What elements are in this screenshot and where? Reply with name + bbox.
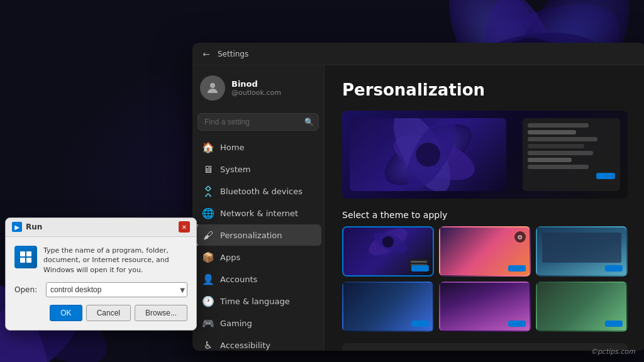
settings-window-title: Settings (218, 50, 248, 58)
sidebar-profile[interactable]: Binod @outlook.com (192, 65, 324, 111)
sidebar-item-label: Personalization (220, 231, 282, 240)
run-app-icon: ▶ (12, 222, 22, 232)
profile-email: @outlook.com (231, 89, 281, 97)
sidebar-item-accessibility[interactable]: ♿ Accessibility (195, 334, 321, 351)
sidebar-item-system[interactable]: 🖥 System (195, 158, 321, 180)
run-body: Type the name of a program, folder, docu… (6, 237, 196, 330)
run-dropdown-arrow-icon: ▼ (180, 287, 185, 293)
sidebar-item-gaming[interactable]: 🎮 Gaming (195, 312, 321, 334)
run-buttons: OK Cancel Browse... (14, 305, 187, 321)
svg-point-18 (382, 236, 394, 248)
theme-card-btn-6 (605, 321, 623, 327)
run-field-row: Open: ▼ (14, 282, 187, 297)
sidebar-item-label: Accounts (220, 275, 257, 284)
profile-info: Binod @outlook.com (231, 79, 281, 97)
run-cancel-button[interactable]: Cancel (86, 305, 131, 321)
sidebar-nav: 🏠 Home 🖥 System Bluetooth & devices (192, 136, 324, 351)
search-icon: 🔍 (304, 118, 314, 126)
personalization-icon: 🖌 (203, 229, 214, 241)
settings-body: Binod @outlook.com 🔍 🏠 Home 🖥 System (192, 65, 644, 351)
avatar (200, 75, 225, 101)
sidebar-item-time[interactable]: 🕐 Time & language (195, 290, 321, 312)
theme-card-6[interactable] (536, 282, 628, 332)
run-titlebar-left: ▶ Run (12, 222, 42, 232)
theme-card-btn-5 (508, 321, 526, 327)
theme-card-btn-4 (411, 321, 429, 327)
theme-preview-wallpaper (350, 118, 506, 191)
theme-card-1[interactable] (342, 226, 434, 277)
theme-card-3[interactable] (536, 226, 628, 277)
settings-titlebar: ← Settings (192, 43, 644, 65)
network-icon: 🌐 (203, 207, 214, 219)
theme-card-btn-1 (411, 265, 429, 272)
apps-icon: 📦 (203, 251, 214, 263)
sidebar-item-label: Gaming (220, 319, 252, 328)
svg-rect-19 (20, 251, 25, 256)
theme-preview-sidebar-mock (523, 118, 620, 191)
sidebar-item-label: Bluetooth & devices (220, 187, 303, 196)
time-icon: 🕐 (203, 295, 214, 307)
sidebar-item-label: Accessibility (220, 341, 270, 350)
gaming-icon: 🎮 (203, 317, 214, 329)
svg-point-10 (210, 83, 215, 88)
bluetooth-icon (203, 185, 214, 197)
sidebar-item-network[interactable]: 🌐 Network & internet (195, 202, 321, 224)
search-input[interactable] (197, 113, 319, 131)
theme-card-2[interactable]: ⚙ (439, 226, 531, 277)
watermark: ©pctips.com (591, 348, 635, 356)
sidebar-item-apps[interactable]: 📦 Apps (195, 246, 321, 268)
run-description: Type the name of a program, folder, docu… (43, 246, 187, 275)
sidebar-item-label: System (220, 165, 250, 174)
theme-card-4[interactable] (342, 282, 434, 332)
sidebar-item-label: Network & internet (220, 209, 298, 218)
run-top: Type the name of a program, folder, docu… (14, 246, 187, 275)
sidebar-item-label: Home (220, 143, 244, 152)
profile-name: Binod (231, 79, 281, 89)
settings-item-background[interactable]: 🖼 Background Background image, color, sl… (342, 343, 628, 351)
theme-grid: ⚙ (342, 226, 628, 332)
run-open-input[interactable] (46, 282, 187, 297)
theme-card-settings-icon: ⚙ (514, 231, 526, 243)
svg-rect-21 (20, 258, 25, 263)
run-icon-big (14, 246, 37, 268)
back-button[interactable]: ← (200, 48, 213, 60)
settings-window: ← Settings Binod @outlook.com (192, 43, 644, 351)
accounts-icon: 👤 (203, 273, 214, 285)
theme-card-5[interactable] (439, 282, 531, 332)
run-titlebar: ▶ Run ✕ (6, 218, 196, 237)
home-icon: 🏠 (203, 141, 214, 153)
sidebar-item-personalization[interactable]: 🖌 Personalization (195, 224, 321, 246)
accessibility-icon: ♿ (203, 339, 214, 351)
svg-point-15 (416, 143, 440, 167)
theme-preview-banner (342, 111, 628, 199)
run-open-label: Open: (14, 285, 41, 294)
run-dialog: ▶ Run ✕ Type the name of a program, fold… (5, 217, 197, 331)
system-icon: 🖥 (203, 163, 214, 175)
svg-rect-20 (26, 251, 31, 256)
sidebar-item-home[interactable]: 🏠 Home (195, 136, 321, 158)
sidebar-item-label: Apps (220, 253, 240, 262)
theme-card-btn-2 (508, 265, 526, 272)
sidebar-item-bluetooth[interactable]: Bluetooth & devices (195, 180, 321, 202)
settings-main: Personalization (325, 65, 644, 351)
svg-rect-22 (26, 258, 31, 263)
sidebar-item-label: Time & language (220, 297, 290, 306)
sidebar-search-wrapper: 🔍 (197, 113, 319, 131)
theme-card-btn-3 (605, 265, 623, 272)
sidebar-item-accounts[interactable]: 👤 Accounts (195, 268, 321, 290)
run-browse-button[interactable]: Browse... (135, 305, 187, 321)
settings-sidebar: Binod @outlook.com 🔍 🏠 Home 🖥 System (192, 65, 325, 351)
run-ok-button[interactable]: OK (50, 305, 82, 321)
run-input-wrapper: ▼ (46, 282, 187, 297)
run-title: Run (26, 222, 42, 231)
select-theme-label: Select a theme to apply (342, 210, 628, 220)
run-close-button[interactable]: ✕ (179, 221, 190, 233)
page-title: Personalization (342, 80, 628, 99)
